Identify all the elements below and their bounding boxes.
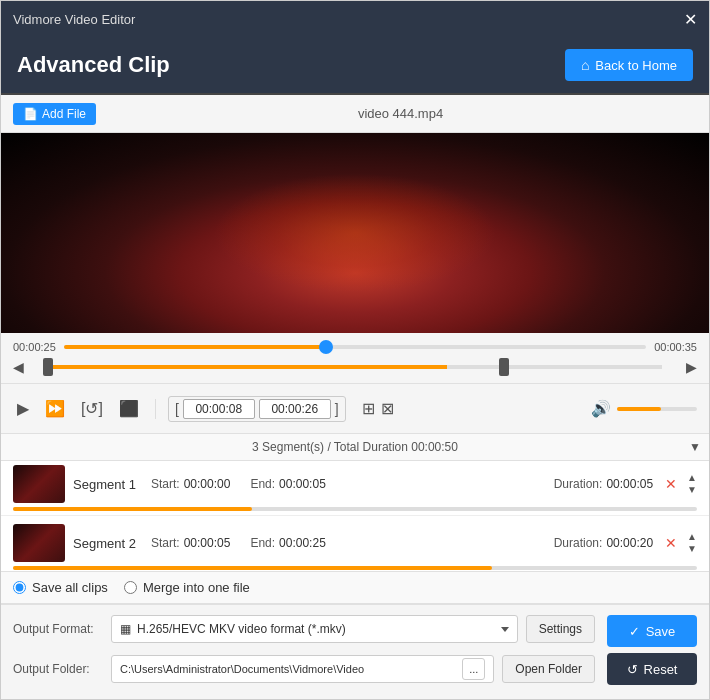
segment-item-1: Segment 1 Start: 00:00:00 End: 00:00:05 … [1, 461, 709, 516]
clip-end-input[interactable] [259, 399, 331, 419]
format-value: H.265/HEVC MKV video format (*.mkv) [137, 622, 346, 636]
trim-handle-left[interactable] [43, 358, 53, 376]
reset-label: Reset [644, 662, 678, 677]
clip-icons: ⊞ ⊠ [362, 399, 394, 418]
clip-time-group: [ ] [168, 396, 346, 422]
segment-1-track [13, 507, 697, 511]
save-all-radio[interactable] [13, 581, 26, 594]
trim-left-arrow[interactable]: ◀ [13, 359, 24, 375]
merge-label[interactable]: Merge into one file [143, 580, 250, 595]
segment-1-reorder: ▲ ▼ [687, 473, 697, 495]
add-file-label: Add File [42, 107, 86, 121]
format-row: Output Format: ▦ H.265/HEVC MKV video fo… [13, 615, 595, 643]
segment-1-start-label: Start: [151, 477, 180, 491]
trim-row: ◀ ▶ [13, 359, 697, 375]
page-title: Advanced Clip [17, 52, 170, 78]
bracket-left: [ [175, 401, 179, 417]
clip-start-input[interactable] [183, 399, 255, 419]
action-buttons: ✓ Save ↺ Reset [607, 615, 697, 689]
segment-1-end-value: 00:00:05 [279, 477, 326, 491]
app-header: Advanced Clip ⌂ Back to Home [1, 37, 709, 95]
segment-1-down-button[interactable]: ▼ [687, 485, 697, 495]
folder-label: Output Folder: [13, 662, 103, 676]
segment-1-start-field: Start: 00:00:00 [151, 477, 230, 491]
trim-handle-right[interactable] [499, 358, 509, 376]
segment-2-track-fill [13, 566, 492, 570]
segment-2-thumbnail [13, 524, 65, 562]
open-folder-button[interactable]: Open Folder [502, 655, 595, 683]
format-label: Output Format: [13, 622, 103, 636]
volume-icon: 🔊 [591, 399, 611, 418]
controls-row: ▶ ⏩ [↺] ⬛ [ ] ⊞ ⊠ 🔊 [1, 384, 709, 434]
format-select[interactable]: ▦ H.265/HEVC MKV video format (*.mkv) [111, 615, 518, 643]
segment-2-down-button[interactable]: ▼ [687, 544, 697, 554]
segment-2-start-value: 00:00:05 [184, 536, 231, 550]
volume-track[interactable] [617, 407, 697, 411]
segment-2-track [13, 566, 697, 570]
title-bar-text: Vidmore Video Editor [13, 12, 135, 27]
merge-option: Merge into one file [124, 580, 250, 595]
play-button[interactable]: ▶ [13, 397, 33, 420]
time-end-label: 00:00:35 [654, 341, 697, 353]
segment-item-2: Segment 2 Start: 00:00:05 End: 00:00:25 … [1, 516, 709, 571]
segment-1-end-field: End: 00:00:05 [250, 477, 325, 491]
merge-radio[interactable] [124, 581, 137, 594]
segment-2-end-field: End: 00:00:25 [250, 536, 325, 550]
add-clip-button[interactable]: ⊞ [362, 399, 375, 418]
volume-fill [617, 407, 661, 411]
seek-fill [64, 345, 326, 349]
segments-list[interactable]: Segment 1 Start: 00:00:00 End: 00:00:05 … [1, 461, 709, 571]
seek-track[interactable] [64, 345, 646, 349]
save-icon: ✓ [629, 624, 640, 639]
segment-2-duration-field: Duration: 00:00:20 [554, 536, 653, 550]
scroll-down-icon[interactable]: ▼ [689, 440, 701, 454]
save-all-option: Save all clips [13, 580, 108, 595]
segments-header: 3 Segment(s) / Total Duration 00:00:50 ▼ [1, 434, 709, 461]
trim-fill [48, 365, 447, 369]
segment-1-thumbnail [13, 465, 65, 503]
segment-2-delete-button[interactable]: ✕ [665, 535, 677, 551]
trim-right-arrow[interactable]: ▶ [686, 359, 697, 375]
folder-path-text: C:\Users\Administrator\Documents\Vidmore… [120, 663, 462, 675]
trim-track[interactable] [48, 365, 662, 369]
back-btn-label: Back to Home [595, 58, 677, 73]
loop-button[interactable]: [↺] [77, 397, 107, 420]
segment-1-row: Segment 1 Start: 00:00:00 End: 00:00:05 … [13, 465, 697, 503]
segment-1-duration-value: 00:00:05 [606, 477, 653, 491]
main-window: Vidmore Video Editor ✕ Advanced Clip ⌂ B… [0, 0, 710, 700]
reset-button[interactable]: ↺ Reset [607, 653, 697, 685]
stop-button[interactable]: ⬛ [115, 397, 143, 420]
add-file-button[interactable]: 📄 Add File [13, 103, 96, 125]
browse-folder-button[interactable]: ... [462, 658, 485, 680]
segment-1-label: Segment 1 [73, 477, 143, 492]
segment-2-duration-label: Duration: [554, 536, 603, 550]
save-label: Save [646, 624, 676, 639]
save-all-label[interactable]: Save all clips [32, 580, 108, 595]
seekbar-area: 00:00:25 00:00:35 ◀ ▶ [1, 333, 709, 384]
toolbar: 📄 Add File video 444.mp4 [1, 95, 709, 133]
settings-button[interactable]: Settings [526, 615, 595, 643]
segment-2-end-value: 00:00:25 [279, 536, 326, 550]
home-icon: ⌂ [581, 57, 589, 73]
close-button[interactable]: ✕ [684, 10, 697, 29]
segment-1-track-fill [13, 507, 252, 511]
trim-clip-button[interactable]: ⊠ [381, 399, 394, 418]
bracket-right: ] [335, 401, 339, 417]
segment-1-up-button[interactable]: ▲ [687, 473, 697, 483]
seek-thumb[interactable] [319, 340, 333, 354]
reset-icon: ↺ [627, 662, 638, 677]
back-to-home-button[interactable]: ⌂ Back to Home [565, 49, 693, 81]
segment-1-start-value: 00:00:00 [184, 477, 231, 491]
separator [155, 399, 156, 419]
segment-1-delete-button[interactable]: ✕ [665, 476, 677, 492]
format-select-text: ▦ H.265/HEVC MKV video format (*.mkv) [120, 622, 497, 636]
segment-1-end-label: End: [250, 477, 275, 491]
segment-2-duration-value: 00:00:20 [606, 536, 653, 550]
save-button[interactable]: ✓ Save [607, 615, 697, 647]
add-file-icon: 📄 [23, 107, 38, 121]
segment-2-up-button[interactable]: ▲ [687, 532, 697, 542]
format-icon: ▦ [120, 622, 131, 636]
current-file-name: video 444.mp4 [104, 106, 697, 121]
step-forward-button[interactable]: ⏩ [41, 397, 69, 420]
output-fields: Output Format: ▦ H.265/HEVC MKV video fo… [13, 615, 595, 689]
